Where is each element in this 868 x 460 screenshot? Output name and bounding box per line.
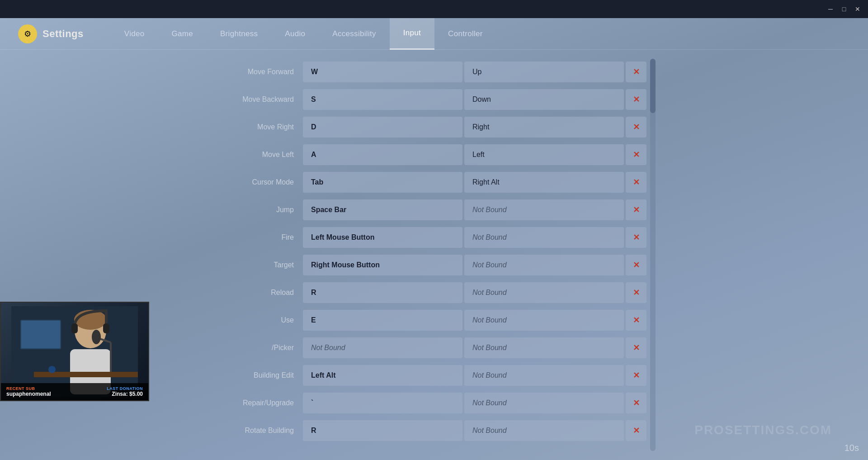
clear-binding-button[interactable]: ✕	[626, 172, 646, 193]
action-label: /Picker	[212, 344, 303, 352]
clear-binding-button[interactable]: ✕	[626, 89, 646, 110]
x-icon: ✕	[633, 344, 640, 352]
action-label: Target	[212, 261, 303, 269]
primary-key-cell[interactable]: W	[303, 62, 462, 82]
webcam-bottom-bar: RECENT SUB supaphenomenal LAST DONATION …	[1, 383, 148, 400]
x-icon: ✕	[633, 233, 640, 242]
donation-area: LAST DONATION Zinsa: $5.00	[107, 386, 143, 397]
primary-key-cell[interactable]: E	[303, 310, 462, 331]
clear-binding-button[interactable]: ✕	[626, 227, 646, 248]
x-icon: ✕	[633, 95, 640, 104]
clear-binding-button[interactable]: ✕	[626, 420, 646, 441]
recent-sub-area: RECENT SUB supaphenomenal	[6, 386, 51, 397]
secondary-key-cell[interactable]: Right	[464, 117, 624, 138]
primary-key-cell[interactable]: Left Alt	[303, 365, 462, 386]
secondary-key-cell[interactable]: Not Bound	[464, 227, 624, 248]
clear-binding-button[interactable]: ✕	[626, 117, 646, 138]
table-row: Rotate Building R Not Bound ✕	[212, 417, 646, 444]
x-icon: ✕	[633, 178, 640, 186]
action-label: Jump	[212, 206, 303, 214]
action-label: Move Left	[212, 151, 303, 159]
action-label: Fire	[212, 233, 303, 242]
table-row: /Picker Not Bound Not Bound ✕	[212, 335, 646, 361]
secondary-key-cell[interactable]: Not Bound	[464, 199, 624, 220]
scrollbar-thumb[interactable]	[650, 59, 656, 113]
close-button[interactable]: ✕	[851, 2, 864, 16]
primary-key-cell[interactable]: Tab	[303, 172, 462, 193]
x-icon: ✕	[633, 206, 640, 214]
action-label: Reload	[212, 289, 303, 297]
table-row: Fire Left Mouse Button Not Bound ✕	[212, 224, 646, 251]
primary-key-cell[interactable]: Right Mouse Button	[303, 255, 462, 275]
table-row: Building Edit Left Alt Not Bound ✕	[212, 362, 646, 389]
minimize-button[interactable]: ─	[824, 2, 837, 16]
clear-binding-button[interactable]: ✕	[626, 310, 646, 331]
bindings-table: Move Forward W Up ✕ Move Backward S Down…	[212, 59, 656, 444]
clear-binding-button[interactable]: ✕	[626, 62, 646, 82]
x-icon: ✕	[633, 316, 640, 324]
secondary-key-cell[interactable]: Not Bound	[464, 365, 624, 386]
header: ⚙ Settings Video Game Brightness Audio A…	[0, 18, 868, 50]
primary-key-cell[interactable]: Space Bar	[303, 199, 462, 220]
tab-brightness[interactable]: Brightness	[207, 18, 271, 50]
maximize-button[interactable]: □	[837, 2, 851, 16]
primary-key-cell[interactable]: Left Mouse Button	[303, 227, 462, 248]
primary-key-cell[interactable]: D	[303, 117, 462, 138]
tab-video[interactable]: Video	[111, 18, 158, 50]
table-row: Jump Space Bar Not Bound ✕	[212, 197, 646, 223]
secondary-key-cell[interactable]: Up	[464, 62, 624, 82]
scrollbar-track[interactable]	[650, 59, 656, 451]
primary-key-cell[interactable]: A	[303, 144, 462, 165]
clear-binding-button[interactable]: ✕	[626, 282, 646, 303]
secondary-key-cell[interactable]: Not Bound	[464, 282, 624, 303]
action-label: Building Edit	[212, 371, 303, 379]
secondary-key-cell[interactable]: Not Bound	[464, 255, 624, 275]
x-icon: ✕	[633, 427, 640, 435]
tab-audio[interactable]: Audio	[271, 18, 319, 50]
tab-game[interactable]: Game	[158, 18, 207, 50]
tab-controller[interactable]: Controller	[434, 18, 496, 50]
tab-input[interactable]: Input	[390, 18, 434, 50]
primary-key-cell[interactable]: S	[303, 89, 462, 110]
primary-key-cell[interactable]: Not Bound	[303, 337, 462, 358]
svg-rect-6	[71, 323, 78, 333]
action-label: Move Right	[212, 123, 303, 131]
secondary-key-cell[interactable]: Down	[464, 89, 624, 110]
table-row: Move Left A Left ✕	[212, 142, 646, 168]
main-container: ⚙ Settings Video Game Brightness Audio A…	[0, 18, 868, 460]
x-icon: ✕	[633, 261, 640, 269]
action-label: Move Forward	[212, 68, 303, 76]
clear-binding-button[interactable]: ✕	[626, 255, 646, 275]
primary-key-cell[interactable]: R	[303, 282, 462, 303]
clear-binding-button[interactable]: ✕	[626, 365, 646, 386]
table-row: Move Backward S Down ✕	[212, 86, 646, 113]
clear-binding-button[interactable]: ✕	[626, 199, 646, 220]
scroll-container: Move Forward W Up ✕ Move Backward S Down…	[212, 59, 656, 451]
primary-key-cell[interactable]: `	[303, 393, 462, 413]
secondary-key-cell[interactable]: Right Alt	[464, 172, 624, 193]
nav-tabs: Video Game Brightness Audio Accessibilit…	[111, 18, 496, 49]
secondary-key-cell[interactable]: Left	[464, 144, 624, 165]
title-bar: ─ □ ✕	[0, 0, 868, 18]
clear-binding-button[interactable]: ✕	[626, 393, 646, 413]
primary-key-cell[interactable]: R	[303, 420, 462, 441]
table-row: Move Right D Right ✕	[212, 114, 646, 140]
action-label: Cursor Mode	[212, 178, 303, 186]
x-icon: ✕	[633, 371, 640, 379]
clear-binding-button[interactable]: ✕	[626, 337, 646, 358]
donation-label: LAST DONATION	[107, 386, 143, 391]
secondary-key-cell[interactable]: Not Bound	[464, 337, 624, 358]
table-row: Reload R Not Bound ✕	[212, 280, 646, 306]
secondary-key-cell[interactable]: Not Bound	[464, 393, 624, 413]
donation-value: Zinsa: $5.00	[107, 391, 143, 397]
clear-binding-button[interactable]: ✕	[626, 144, 646, 165]
action-label: Repair/Upgrade	[212, 399, 303, 407]
action-label: Move Backward	[212, 95, 303, 104]
tab-accessibility[interactable]: Accessibility	[319, 18, 389, 50]
app-title: Settings	[42, 28, 84, 40]
secondary-key-cell[interactable]: Not Bound	[464, 310, 624, 331]
svg-point-11	[92, 330, 101, 344]
table-row: Cursor Mode Tab Right Alt ✕	[212, 169, 646, 195]
webcam-overlay: RECENT SUB supaphenomenal LAST DONATION …	[0, 302, 149, 401]
secondary-key-cell[interactable]: Not Bound	[464, 420, 624, 441]
